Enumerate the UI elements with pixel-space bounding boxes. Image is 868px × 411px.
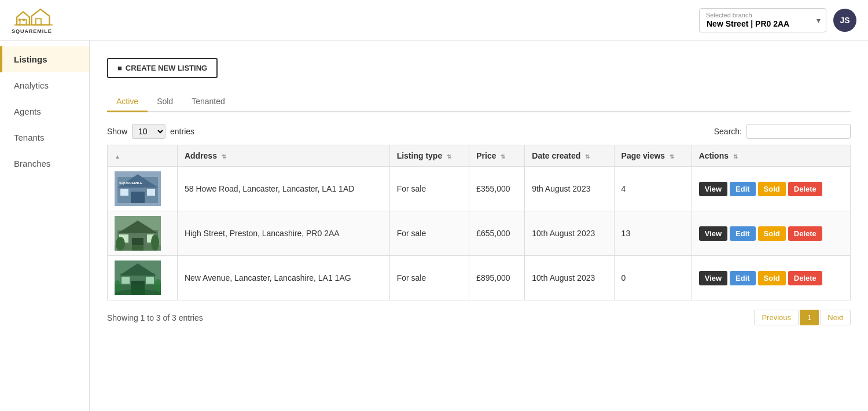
col-date-created[interactable]: Date created ⇅ [525, 145, 614, 167]
row2-edit-button[interactable]: Edit [730, 226, 756, 241]
sidebar-item-analytics[interactable]: Analytics [0, 72, 89, 98]
svg-point-23 [151, 234, 159, 251]
row3-thumbnail-cell [108, 256, 178, 300]
row2-listing-type: For sale [389, 211, 469, 256]
row1-thumbnail: SQUAREMILE [115, 171, 161, 206]
row1-edit-button[interactable]: Edit [730, 182, 756, 196]
branch-label: Selected branch [706, 12, 752, 19]
row2-sold-button[interactable]: Sold [758, 226, 786, 241]
row2-delete-button[interactable]: Delete [788, 226, 822, 241]
search-label: Search: [714, 127, 742, 136]
row2-thumbnail-cell [108, 211, 178, 256]
layout: Listings Analytics Agents Tenants Branch… [0, 41, 868, 411]
col-page-views[interactable]: Page views ⇅ [614, 145, 692, 167]
header: SQUAREMILE Selected branch New Street | … [0, 0, 868, 41]
row3-delete-button[interactable]: Delete [788, 271, 822, 285]
svg-point-22 [116, 237, 125, 251]
date-sort-icon: ⇅ [585, 153, 590, 160]
sidebar-item-branches[interactable]: Branches [0, 151, 89, 177]
sort-icon: ▲ [115, 153, 120, 160]
row3-actions: View Edit Sold Delete [692, 256, 850, 300]
actions-sort-icon: ⇅ [733, 153, 738, 160]
row2-date-created: 10th August 2023 [525, 211, 614, 256]
search-container: Search: [714, 124, 851, 139]
sidebar: Listings Analytics Agents Tenants Branch… [0, 41, 90, 411]
row1-action-buttons: View Edit Sold Delete [699, 182, 843, 196]
pageviews-sort-icon: ⇅ [670, 153, 674, 160]
logo: SQUAREMILE [12, 6, 69, 34]
show-label: Show [107, 127, 127, 136]
row2-thumbnail [115, 216, 161, 251]
svg-text:SQUAREMILE: SQUAREMILE [12, 28, 52, 34]
tab-sold[interactable]: Sold [148, 92, 182, 112]
pagination-controls: Previous 1 Next [754, 310, 851, 325]
listing-tabs: Active Sold Tenanted [107, 92, 851, 112]
svg-marker-0 [17, 12, 30, 25]
svg-rect-11 [131, 192, 145, 203]
col-actions: Actions ⇅ [692, 145, 850, 167]
next-page-button[interactable]: Next [820, 310, 851, 325]
row3-listing-type: For sale [389, 256, 469, 300]
page-1-button[interactable]: 1 [800, 310, 819, 325]
header-right: Selected branch New Street | PR0 2AA ▾ J… [699, 8, 856, 32]
table-header-row: ▲ Address ⇅ Listing type ⇅ Price ⇅ [108, 145, 851, 167]
branch-selector[interactable]: Selected branch New Street | PR0 2AA ▾ [699, 8, 826, 32]
row3-page-views: 0 [614, 256, 692, 300]
row3-date-created: 10th August 2023 [525, 256, 614, 300]
row3-sold-button[interactable]: Sold [758, 271, 786, 285]
tab-tenanted[interactable]: Tenanted [182, 92, 234, 112]
row2-view-button[interactable]: View [699, 226, 727, 241]
col-listing-type[interactable]: Listing type ⇅ [389, 145, 469, 167]
listing-type-sort-icon: ⇅ [447, 153, 451, 160]
row1-listing-type: For sale [389, 167, 469, 211]
svg-rect-30 [146, 277, 154, 284]
main-content: ■ CREATE NEW LISTING Active Sold Tenante… [90, 41, 868, 411]
row1-address: 58 Howe Road, Lancaster, Lancaster, LA1 … [177, 167, 389, 211]
row2-page-views: 13 [614, 211, 692, 256]
pagination-info: Showing 1 to 3 of 3 entries [107, 313, 203, 322]
entries-per-page-select[interactable]: 10 25 50 100 [132, 124, 165, 139]
row1-view-button[interactable]: View [699, 182, 727, 196]
row2-address: High Street, Preston, Lancashire, PR0 2A… [177, 211, 389, 256]
col-price[interactable]: Price ⇅ [469, 145, 525, 167]
sidebar-item-listings[interactable]: Listings [0, 46, 89, 72]
show-entries-control: Show 10 25 50 100 entries [107, 124, 194, 139]
row2-price: £655,000 [469, 211, 525, 256]
listings-table: ▲ Address ⇅ Listing type ⇅ Price ⇅ [107, 145, 851, 300]
plus-icon: ■ [117, 64, 122, 72]
col-address[interactable]: Address ⇅ [177, 145, 389, 167]
svg-rect-12 [120, 189, 128, 196]
svg-rect-13 [147, 189, 155, 196]
row1-page-views: 4 [614, 167, 692, 211]
avatar[interactable]: JS [833, 9, 856, 32]
table-row: SQUAREMILE 58 Howe Road, Lancaster, Lanc… [108, 167, 851, 211]
row3-view-button[interactable]: View [699, 271, 727, 285]
pagination-row: Showing 1 to 3 of 3 entries Previous 1 N… [107, 310, 851, 325]
table-controls: Show 10 25 50 100 entries Search: [107, 124, 851, 139]
row2-actions: View Edit Sold Delete [692, 211, 850, 256]
row3-thumbnail [115, 260, 161, 295]
row3-price: £895,000 [469, 256, 525, 300]
sidebar-item-tenants[interactable]: Tenants [0, 124, 89, 151]
row1-actions: View Edit Sold Delete [692, 167, 850, 211]
entries-label: entries [170, 127, 194, 136]
table-row: High Street, Preston, Lancashire, PR0 2A… [108, 211, 851, 256]
logo-icon: SQUAREMILE [12, 6, 69, 34]
row2-action-buttons: View Edit Sold Delete [699, 226, 843, 241]
row1-sold-button[interactable]: Sold [758, 182, 786, 196]
row3-action-buttons: View Edit Sold Delete [699, 271, 843, 285]
svg-rect-5 [19, 19, 21, 21]
row3-edit-button[interactable]: Edit [730, 271, 756, 285]
row1-delete-button[interactable]: Delete [788, 182, 822, 196]
search-input[interactable] [746, 124, 851, 139]
row1-date-created: 9th August 2023 [525, 167, 614, 211]
table-row: New Avenue, Lancaster, Lancashire, LA1 1… [108, 256, 851, 300]
create-listing-button[interactable]: ■ CREATE NEW LISTING [107, 58, 218, 78]
sidebar-item-agents[interactable]: Agents [0, 98, 89, 124]
row3-address: New Avenue, Lancaster, Lancashire, LA1 1… [177, 256, 389, 300]
row1-price: £355,000 [469, 167, 525, 211]
previous-page-button[interactable]: Previous [754, 310, 799, 325]
svg-rect-29 [122, 277, 130, 284]
tab-active[interactable]: Active [107, 92, 148, 112]
price-sort-icon: ⇅ [501, 153, 505, 160]
